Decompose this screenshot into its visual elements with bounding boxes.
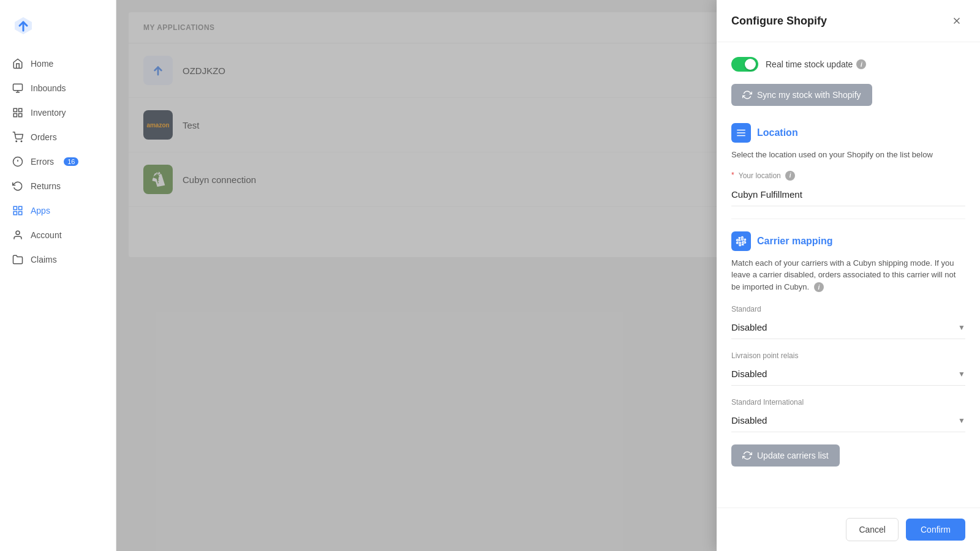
sidebar-item-label: Returns	[31, 181, 61, 191]
panel-body: Real time stock update i Sync my stock w…	[717, 42, 980, 508]
svg-rect-4	[13, 108, 17, 111]
standard-label: Standard	[731, 305, 965, 313]
panel-footer: Cancel Confirm	[717, 508, 980, 551]
sidebar-item-label: Orders	[31, 132, 57, 142]
location-info-icon: i	[785, 171, 795, 181]
svg-rect-16	[13, 212, 17, 215]
main-area: MY APPLICATIONS OZDJKZO	[116, 0, 980, 551]
home-icon	[12, 58, 23, 69]
sidebar-item-apps[interactable]: Apps	[0, 198, 116, 223]
carrier-mapping-section-title: Carrier mapping	[757, 236, 833, 247]
sidebar-logo	[0, 6, 116, 51]
section-divider	[731, 219, 965, 219]
standard-international-carrier-field: Standard International Disabled ▼	[731, 398, 965, 432]
standard-international-label: Standard International	[731, 398, 965, 407]
errors-badge: 16	[64, 157, 78, 166]
standard-carrier-field: Standard Disabled ▼	[731, 305, 965, 339]
your-location-value: Cubyn Fulfillment	[731, 183, 965, 206]
sidebar-item-label: Apps	[31, 206, 50, 216]
sync-button-label: Sync my stock with Shopify	[757, 90, 861, 100]
sidebar-item-label: Errors	[31, 157, 54, 167]
sidebar-item-claims[interactable]: Claims	[0, 247, 116, 272]
svg-rect-14	[19, 206, 22, 209]
configure-panel: Configure Shopify Real time stock update…	[717, 0, 980, 551]
sidebar-item-label: Account	[31, 230, 62, 240]
svg-rect-6	[19, 114, 22, 117]
svg-point-9	[21, 141, 22, 142]
toggle-label-text: Real time stock update	[766, 59, 853, 69]
update-carriers-label: Update carriers list	[757, 451, 829, 460]
sidebar: Home Inbounds Inventory Orders Errors 16…	[0, 0, 116, 551]
carrier-mapping-section-heading: Carrier mapping	[731, 231, 965, 251]
svg-rect-1	[13, 84, 23, 91]
your-location-label: * Your location i	[731, 171, 965, 181]
carrier-mapping-section-icon	[731, 231, 751, 251]
location-section-icon	[731, 123, 751, 143]
apps-icon	[12, 205, 23, 216]
sidebar-item-returns[interactable]: Returns	[0, 174, 116, 198]
inbounds-icon	[12, 83, 23, 94]
location-section-title: Location	[757, 127, 798, 138]
chevron-down-icon: ▼	[958, 370, 965, 378]
sidebar-item-label: Inbounds	[31, 83, 66, 93]
toggle-row: Real time stock update i	[731, 57, 965, 72]
toggle-label: Real time stock update i	[766, 59, 866, 69]
chevron-down-icon: ▼	[958, 416, 965, 425]
sidebar-item-label: Inventory	[31, 108, 66, 118]
svg-rect-5	[19, 108, 22, 111]
chevron-down-icon: ▼	[958, 323, 965, 332]
svg-rect-13	[13, 206, 17, 209]
sidebar-item-home[interactable]: Home	[0, 51, 116, 76]
close-button[interactable]	[948, 12, 965, 29]
livraison-carrier-field: Livraison point relais Disabled ▼	[731, 351, 965, 386]
sidebar-item-inventory[interactable]: Inventory	[0, 100, 116, 125]
cancel-button[interactable]: Cancel	[846, 518, 899, 541]
confirm-button[interactable]: Confirm	[906, 519, 965, 541]
livraison-label: Livraison point relais	[731, 351, 965, 360]
location-section-heading: Location	[731, 123, 965, 143]
account-icon	[12, 230, 23, 241]
returns-icon	[12, 181, 23, 192]
livraison-select[interactable]: Disabled ▼	[731, 362, 965, 386]
sidebar-item-label: Claims	[31, 255, 57, 264]
standard-international-select[interactable]: Disabled ▼	[731, 409, 965, 432]
errors-icon	[12, 156, 23, 167]
info-icon: i	[856, 59, 866, 69]
sidebar-item-label: Home	[31, 59, 53, 69]
sidebar-item-orders[interactable]: Orders	[0, 125, 116, 149]
svg-rect-7	[13, 114, 17, 117]
panel-header: Configure Shopify	[717, 0, 980, 42]
sidebar-item-errors[interactable]: Errors 16	[0, 149, 116, 174]
carrier-description: Match each of your carriers with a Cubyn…	[731, 257, 965, 293]
claims-icon	[12, 254, 23, 265]
location-description: Select the location used on your Shopify…	[731, 149, 965, 161]
svg-point-17	[16, 231, 20, 234]
orders-icon	[12, 132, 23, 143]
sync-button[interactable]: Sync my stock with Shopify	[731, 84, 872, 106]
svg-point-8	[16, 141, 17, 142]
carrier-info-icon: i	[814, 282, 824, 292]
update-carriers-button[interactable]: Update carriers list	[731, 444, 840, 467]
svg-rect-15	[19, 212, 22, 215]
sidebar-item-account[interactable]: Account	[0, 223, 116, 247]
standard-select[interactable]: Disabled ▼	[731, 316, 965, 339]
real-time-toggle[interactable]	[731, 57, 758, 72]
sidebar-item-inbounds[interactable]: Inbounds	[0, 76, 116, 100]
livraison-value: Disabled	[731, 369, 767, 379]
panel-title: Configure Shopify	[731, 15, 827, 28]
standard-international-value: Disabled	[731, 415, 767, 425]
standard-value: Disabled	[731, 322, 767, 332]
inventory-icon	[12, 107, 23, 118]
